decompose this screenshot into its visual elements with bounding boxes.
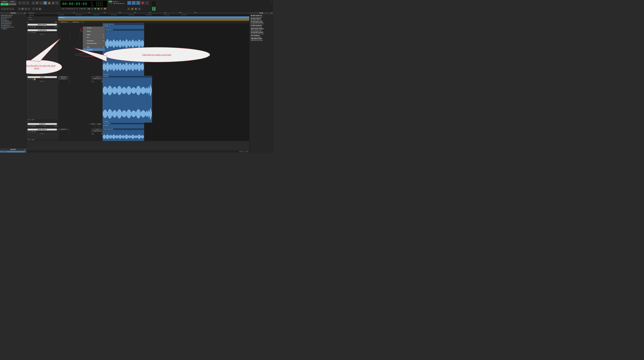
track-view-selector[interactable]: waveform bbox=[27, 80, 58, 119]
menu-save-track-preset[interactable]: save track preset... bbox=[83, 42, 105, 45]
clip-list-item[interactable]: ▸OUT-St-01 (Stereo) bbox=[249, 36, 273, 38]
output-selector[interactable]: Main Out 1-2 ♦ bbox=[92, 78, 104, 80]
zoomer-tool-icon[interactable]: ⇥ bbox=[22, 1, 26, 5]
automation-mode-selector[interactable]: read bbox=[54, 125, 58, 127]
zoom-preset-3[interactable]: 3 bbox=[6, 8, 9, 10]
pencil-tool-icon[interactable]: ✎ bbox=[55, 1, 59, 5]
timecode-ruler-label[interactable]: Timecode bbox=[26, 15, 58, 16]
track-list-item[interactable]: ▸ΣMaster 1 bbox=[0, 28, 26, 30]
clips-panel-header[interactable]: CLIPS bbox=[249, 12, 273, 14]
volume-readout[interactable]: 0 bbox=[95, 126, 96, 127]
send-slot-d[interactable]: d bbox=[60, 36, 60, 37]
clip-list-item[interactable]: ▸BG MAST BUS-St bbox=[249, 18, 273, 20]
goto-end-button[interactable]: ⏭ bbox=[138, 7, 141, 10]
layered-edit-icon[interactable]: ▦ bbox=[39, 7, 41, 10]
track-name[interactable]: MUSIC BUSS-St bbox=[28, 129, 57, 130]
track-header[interactable]: ● FX BUS-St ▾ I S M wave read bbox=[26, 123, 58, 128]
nudge-value[interactable]: 00:00:00:00.50 ▾ bbox=[114, 3, 125, 4]
clip-list-item[interactable]: ▸all other busses mu bbox=[249, 15, 273, 16]
output-selector[interactable]: MO12 bbox=[96, 123, 102, 125]
zoom-preset-5[interactable]: 5 bbox=[12, 8, 14, 10]
grid-value[interactable]: 0+00.01 ▾ bbox=[113, 1, 119, 2]
track-view-selector[interactable]: wave bbox=[36, 26, 53, 27]
tab-to-transient-icon[interactable]: ⇥ bbox=[18, 7, 21, 10]
zoom-preset-2[interactable]: 2 bbox=[4, 8, 6, 10]
clip-list-item[interactable]: ▸FX BUS-St (Stereo) bbox=[249, 24, 273, 26]
grid-label[interactable]: Grid bbox=[108, 1, 112, 2]
markers-ruler-label[interactable]: Markers bbox=[26, 19, 58, 20]
play-button[interactable]: ▲ bbox=[136, 1, 140, 5]
track-list-item[interactable]: ▸BG MAST BUS-St bbox=[0, 15, 26, 16]
track-list-item[interactable]: ▸allthrbssmtd_OUT-St bbox=[0, 26, 26, 28]
menu-bus[interactable]: bus bbox=[83, 36, 105, 39]
mute-button[interactable]: M bbox=[34, 31, 36, 33]
solo-button[interactable]: S bbox=[31, 125, 33, 127]
link-track-icon[interactable]: ⊟ bbox=[24, 7, 27, 10]
track-collapse-icon[interactable]: ● bbox=[27, 77, 27, 78]
solo-button[interactable]: S bbox=[31, 31, 33, 33]
clip-list-item[interactable]: ▸MUSIC BUSS-St-01 bbox=[249, 30, 273, 31]
selector-tool-icon[interactable]: ▭ bbox=[40, 1, 43, 5]
record-arm-button[interactable] bbox=[27, 26, 28, 27]
scrubber-tool-icon[interactable]: ✋ bbox=[48, 1, 51, 5]
slip-mode-button[interactable]: SLIP bbox=[0, 3, 8, 5]
inserts-ae-header[interactable]: INSERTS A-E bbox=[58, 21, 70, 23]
input-monitor-button[interactable]: I bbox=[29, 131, 31, 133]
track-header[interactable]: ● MUSIC BUSS-St ▾ I S M waveform ◇ bbox=[26, 128, 58, 141]
clip-gain-label[interactable]: ♦ -20.0 dB bbox=[103, 74, 144, 76]
send-slot-c[interactable]: c bbox=[60, 34, 60, 35]
input-selector[interactable]: In 1-2 bbox=[90, 123, 96, 125]
track-comments-icon[interactable]: ◯ bbox=[27, 121, 28, 122]
input-monitor-button[interactable]: I bbox=[29, 31, 31, 33]
horizontal-scroll-bar[interactable]: ◀ ▶ − + ▣ bbox=[26, 150, 249, 153]
groups-panel-menu-icon[interactable] bbox=[24, 149, 26, 150]
record-arm-button[interactable] bbox=[27, 31, 28, 33]
track-name[interactable]: DX MASTER-St bbox=[28, 29, 57, 31]
mute-button[interactable]: M bbox=[34, 26, 36, 27]
clip-list-item[interactable]: ▸FX BUS-St-01 (Stere bbox=[249, 26, 273, 28]
track-list-item[interactable]: ▸MUSIC BUSS-St bbox=[0, 21, 26, 23]
clip-list-item[interactable]: ▸MX MASTER-St (Stere bbox=[249, 31, 273, 33]
inserts-fj-header[interactable]: INSERTS F-J bbox=[70, 21, 82, 23]
zoomer-icon[interactable]: 🔍 bbox=[36, 1, 39, 5]
track-name[interactable]: FX BUS-St bbox=[28, 123, 57, 125]
insert-plugin[interactable]: Ozone 9 bbox=[58, 129, 68, 130]
record-arm-button[interactable] bbox=[27, 131, 28, 133]
clip-list-item[interactable]: ▸MX MASTER-St-01 (Ste bbox=[249, 33, 273, 35]
send-slot-d[interactable]: d bbox=[68, 133, 70, 134]
clip-list-item[interactable]: ▸DX MASTER-St-01 (Ste bbox=[249, 23, 273, 25]
input-monitor-button[interactable]: I bbox=[29, 78, 31, 80]
relgrid-mode-button[interactable]: REL GRID ▾ bbox=[9, 3, 16, 5]
dyn-button[interactable]: dyn bbox=[28, 139, 31, 140]
track-list-item[interactable]: ▸VRB BUSS-St bbox=[0, 24, 26, 26]
bars-beats-ruler[interactable]: 1257513769102512811537179320492305 bbox=[58, 12, 249, 14]
insert-plugin[interactable]: TrackContrl bbox=[58, 76, 68, 78]
track-view-selector[interactable]: waveform bbox=[27, 133, 58, 139]
input-monitor-button[interactable]: I bbox=[29, 125, 31, 127]
clip-list-item[interactable]: ▸MUSIC BUSS-St (Stere bbox=[249, 28, 273, 30]
spot-mode-button[interactable]: SPOT bbox=[9, 0, 16, 3]
link-icon[interactable]: ◇ bbox=[27, 139, 27, 140]
mute-button[interactable]: M bbox=[34, 131, 36, 133]
tracks-panel-menu-icon[interactable] bbox=[24, 12, 26, 14]
clip-gain-label[interactable]: ♦ -20.0 dB bbox=[103, 121, 152, 122]
mute-button[interactable]: M bbox=[34, 125, 36, 127]
track-list-item[interactable]: ▸DX MASTER-St bbox=[0, 16, 26, 18]
track-collapse-icon[interactable]: ● bbox=[27, 30, 27, 31]
audio-clip[interactable]: MUSIC BUSS-St-01 bbox=[103, 128, 144, 141]
elastic-audio-icon[interactable]: ◐▾ bbox=[55, 21, 58, 23]
clip-list-item[interactable]: ▸VRB BUSS-St-01 (Ste bbox=[249, 40, 273, 41]
track-comments-icon[interactable]: ◯ bbox=[27, 74, 28, 75]
send-slot-a[interactable]: a bbox=[68, 129, 70, 130]
scroll-right-icon[interactable]: ▶ bbox=[241, 151, 243, 152]
menu-recall-sends[interactable]: recall sends bbox=[83, 39, 105, 42]
track-view-selector[interactable]: wave bbox=[36, 125, 53, 127]
groups-panel-header[interactable]: GROUPS bbox=[0, 149, 26, 151]
audio-clip[interactable]: BG MAST BUS-St-01 ♦ -20.0 dB bbox=[103, 23, 144, 29]
track-list-item[interactable]: ▸OUT-St bbox=[0, 18, 26, 20]
send-slot-b[interactable]: b bbox=[60, 32, 60, 33]
dyn-button[interactable]: dyn bbox=[28, 119, 31, 120]
clip-lane[interactable]: FX BUS-St-01 ♦ -20.0 dB bbox=[103, 123, 249, 128]
zoom-preset-1[interactable]: 1 bbox=[1, 8, 4, 10]
insert-slot[interactable]: • bbox=[61, 23, 70, 29]
